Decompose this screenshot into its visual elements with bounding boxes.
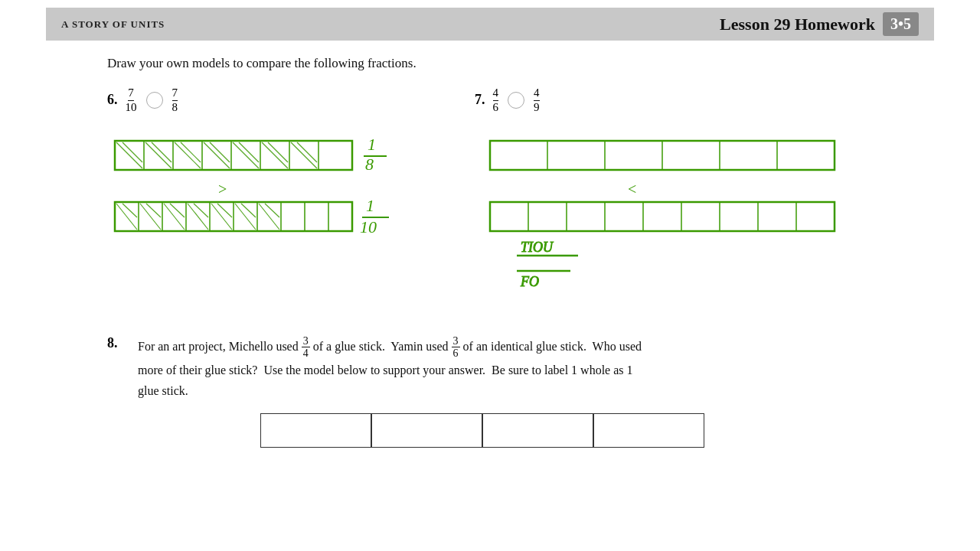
p8-frac1-num: 3 [302, 335, 310, 347]
svg-text:1: 1 [368, 135, 376, 154]
p6-frac1-den: 10 [126, 101, 137, 114]
p8-frac1-den: 4 [303, 347, 309, 359]
content: Draw your own models to compare the foll… [0, 41, 980, 463]
problem-6-frac2: 7 8 [172, 86, 178, 113]
svg-line-10 [145, 142, 172, 168]
svg-line-11 [152, 142, 172, 162]
p7-frac1-den: 6 [493, 101, 499, 114]
svg-line-40 [170, 204, 185, 217]
svg-line-19 [268, 142, 288, 162]
svg-line-17 [239, 142, 259, 162]
problem-7-frac1: 4 6 [493, 86, 499, 113]
p6-frac2-den: 8 [172, 101, 178, 114]
svg-text:>: > [218, 181, 227, 197]
problem-6-number: 6. [107, 92, 118, 108]
header-right: Lesson 29 Homework 3•5 [720, 12, 919, 36]
problem-8-number: 8. [107, 335, 130, 351]
svg-line-16 [233, 142, 259, 168]
svg-line-18 [262, 142, 288, 168]
svg-line-48 [265, 204, 279, 217]
svg-line-15 [210, 142, 230, 162]
svg-text:10: 10 [360, 217, 377, 236]
svg-rect-59 [490, 202, 835, 231]
p8-frac2-num: 3 [452, 335, 460, 347]
problem-8-line1: For an art project, Michello used 3 4 of… [138, 335, 704, 360]
svg-line-20 [291, 142, 317, 168]
svg-line-46 [241, 204, 256, 217]
svg-line-8 [116, 142, 142, 168]
svg-line-44 [217, 204, 232, 217]
problem-8: 8. For an art project, Michello used 3 4… [107, 335, 873, 448]
instructions-text: Draw your own models to compare the foll… [107, 56, 873, 71]
svg-line-42 [194, 204, 208, 217]
p6-frac2-num: 7 [172, 86, 178, 101]
svg-rect-0 [115, 141, 352, 170]
p7-compare-circle [508, 92, 524, 109]
svg-line-12 [175, 142, 201, 168]
story-label: A STORY OF UNITS [61, 18, 165, 31]
problem-7-number: 7. [475, 92, 485, 108]
p6-frac1-num: 7 [128, 86, 134, 101]
p7-frac2-num: 4 [534, 86, 540, 101]
model-cell-3 [482, 413, 593, 448]
problem-8-line3: glue stick. [138, 380, 704, 401]
model-cell-1 [260, 413, 371, 448]
problem-7-drawing: < TIOU FO [475, 118, 873, 317]
svg-line-13 [181, 142, 201, 162]
lesson-badge: 3•5 [883, 12, 919, 36]
svg-line-38 [146, 204, 161, 217]
problem-8-line2: more of their glue stick? Use the model … [138, 360, 704, 380]
problem-6: 6. 7 10 7 8 [107, 86, 413, 320]
problem-6-drawing: 1 8 [107, 118, 413, 256]
lesson-title: Lesson 29 Homework [720, 15, 875, 34]
problem-6-frac1: 7 10 [126, 86, 137, 113]
model-cell-4 [593, 413, 704, 448]
whole-as-text: whole as [580, 364, 623, 377]
problem-7-frac2: 4 9 [534, 86, 540, 113]
problem-6-header: 6. 7 10 7 8 [107, 86, 413, 113]
problem-7-header: 7. 4 6 4 9 [475, 86, 873, 113]
svg-line-14 [204, 142, 230, 168]
model-boxes [260, 413, 704, 448]
p7-frac1-num: 4 [493, 86, 499, 101]
svg-text:TIOU: TIOU [521, 240, 554, 255]
svg-line-21 [297, 142, 317, 162]
svg-text:FO: FO [520, 274, 539, 289]
header: A STORY OF UNITS Lesson 29 Homework 3•5 [46, 8, 934, 41]
problem-7: 7. 4 6 4 9 [475, 86, 873, 320]
svg-line-36 [122, 204, 137, 217]
model-cell-2 [371, 413, 482, 448]
p6-compare-circle [146, 92, 163, 109]
p8-frac2-den: 6 [453, 347, 459, 359]
p7-frac2-den: 9 [534, 101, 540, 114]
svg-text:8: 8 [365, 155, 374, 174]
svg-text:<: < [628, 181, 636, 197]
svg-text:1: 1 [366, 196, 374, 215]
svg-line-9 [122, 142, 142, 162]
page: A STORY OF UNITS Lesson 29 Homework 3•5 … [0, 0, 980, 551]
